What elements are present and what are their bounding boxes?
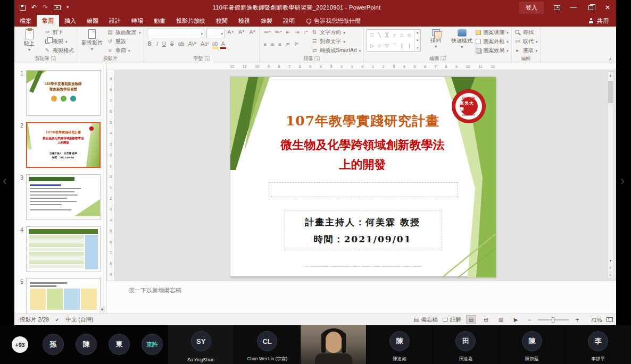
participant-avatar[interactable]: 東 [109, 334, 130, 355]
bracket-close-shape-icon[interactable]: } [409, 43, 410, 48]
scroll-up-icon[interactable]: ▲ [416, 31, 419, 34]
slide-2-thumbnail-selected[interactable]: 107年教學實踐研究計畫 微生物及化學跨領域創新教學法 上的開發 計畫主持人：何… [26, 122, 101, 168]
notes-pane[interactable]: 按一下以新增備忘稿 [106, 281, 616, 314]
line-shape-icon[interactable]: ╲ [378, 32, 381, 38]
highlight-color-button[interactable]: ab [212, 41, 218, 49]
shapes-gallery[interactable]: □ ╲ ╳ ○ △ ◇ ▷ ☆ ▽ ⌒ { } ▲ [367, 29, 421, 52]
undo-icon[interactable]: ↶ [31, 4, 37, 11]
next-slide-button[interactable]: ∨ [608, 271, 613, 278]
slide-3-thumbnail[interactable] [26, 174, 101, 220]
shapes-gallery-scroll[interactable]: ▲ ▼ ≡ [414, 30, 420, 51]
reset-button[interactable]: ↺重設 [107, 37, 141, 46]
tab-view[interactable]: 檢視 [233, 15, 255, 27]
select-button[interactable]: ▸選取▾ [514, 46, 538, 55]
font-name-select[interactable]: ▾ [147, 29, 204, 38]
arrow-shape-icon[interactable]: ▷ [370, 43, 374, 48]
save-icon[interactable] [20, 5, 26, 11]
bullets-button[interactable]: ≔▾ [262, 29, 271, 38]
participant-avatar[interactable]: 孫 [43, 334, 64, 355]
star-shape-icon[interactable]: ☆ [377, 43, 381, 48]
start-slideshow-icon[interactable] [54, 5, 61, 10]
gallery-more-icon[interactable]: ≡ [417, 47, 419, 50]
next-arrow-icon[interactable]: › [620, 173, 625, 188]
paste-button[interactable]: 貼上 ▼ [17, 28, 41, 55]
comments-toggle-button[interactable]: 註解 [443, 316, 461, 324]
strikethrough-button[interactable]: S [169, 41, 175, 49]
zoom-out-button[interactable]: − [526, 316, 533, 324]
slide-subtitle-line1[interactable]: 微生物及化學跨領域創新教學法 [246, 137, 479, 153]
vertical-scrollbar[interactable]: ▲ ▼ ∧ ∨ [607, 71, 614, 278]
scroll-down-icon[interactable]: ▼ [608, 257, 613, 264]
quick-styles-button[interactable]: 快速樣式 ▼ [451, 28, 473, 55]
slide-title-text[interactable]: 107年教學實踐研究計畫 [252, 112, 474, 130]
slide-presenter-text[interactable]: 計畫主持人：何美霖 教授 [252, 216, 474, 228]
thumbnail-scroll-down-button[interactable]: ▼ [99, 306, 105, 312]
font-color-button[interactable]: A [220, 41, 226, 49]
share-button[interactable]: 共用 [581, 15, 616, 27]
participant-avatar-active[interactable]: 東許 [142, 334, 163, 355]
scroll-down-icon[interactable]: ▼ [416, 39, 419, 42]
shape-outline-button[interactable]: 圖案外框▾ [476, 37, 509, 46]
justify-button[interactable]: ≣ [285, 41, 291, 50]
numbering-button[interactable]: ≕▾ [273, 29, 283, 38]
section-button[interactable]: ≡章節▾ [107, 46, 141, 55]
horizontal-ruler[interactable]: 1211109876543210123456789101112 [106, 63, 616, 70]
slide-5-thumbnail[interactable] [26, 278, 101, 314]
tab-transitions[interactable]: 轉場 [126, 15, 148, 27]
slide-date-text[interactable]: 時間：2021/09/01 [252, 233, 474, 246]
triangle-shape-icon[interactable]: △ [400, 32, 404, 38]
tab-animations[interactable]: 動畫 [148, 15, 171, 27]
new-slide-button[interactable]: 新投影片 ▼ [80, 28, 104, 55]
dialog-launcher-icon[interactable]: ↘ [441, 56, 446, 61]
layout-button[interactable]: ▤版面配置▾ [107, 28, 141, 37]
zoom-percentage[interactable]: 71% [586, 317, 602, 323]
italic-button[interactable]: I [155, 41, 159, 49]
customize-qat-icon[interactable]: ▾ [67, 5, 69, 10]
rectangle-shape-icon[interactable]: □ [371, 32, 373, 38]
dialog-launcher-icon[interactable]: ↘ [51, 56, 56, 61]
format-painter-button[interactable]: ✎複製格式 [44, 46, 74, 55]
oval-shape-icon[interactable]: ○ [393, 32, 396, 38]
tab-draw[interactable]: 繪圖 [81, 15, 104, 27]
sign-in-button[interactable]: 登入 [519, 2, 544, 14]
columns-button[interactable]: ‖▾ [293, 41, 299, 50]
zoom-slider-thumb[interactable] [552, 317, 554, 323]
spellcheck-button[interactable]: ✔ [55, 317, 60, 323]
shape-effects-button[interactable]: 圖案效果▾ [476, 46, 509, 55]
underline-button[interactable]: U [161, 41, 167, 49]
normal-view-button[interactable]: ▤ [466, 315, 476, 324]
align-center-button[interactable]: ≡ [270, 41, 275, 50]
cut-button[interactable]: ✂剪下 [44, 28, 74, 37]
participant-tile[interactable]: 田 田遠嘉 [433, 325, 499, 364]
slideshow-view-button[interactable]: ▶ [511, 315, 521, 324]
change-case-button[interactable]: Aa▾ [200, 41, 210, 49]
slide-4-thumbnail[interactable] [26, 226, 101, 272]
find-button[interactable]: 尋找 [514, 28, 538, 37]
slide-subtitle-line2[interactable]: 上的開發 [246, 157, 479, 173]
tell-me-box[interactable]: 告訴我您想做什麼 [300, 15, 367, 27]
down-triangle-shape-icon[interactable]: ▽ [385, 43, 389, 48]
notes-toggle-button[interactable]: 備忘稿 [414, 316, 438, 324]
participant-overflow-badge[interactable]: +93 [12, 336, 28, 353]
copy-button[interactable]: 複製▾ [44, 37, 74, 46]
dialog-launcher-icon[interactable]: ↘ [205, 56, 210, 61]
slide-canvas[interactable]: SOOCHOW UNIVERSITY 東吳大學 107年教學實踐研究計畫 微生物… [230, 77, 495, 277]
tab-design[interactable]: 設計 [104, 15, 126, 27]
replace-button[interactable]: ab取代▾ [514, 37, 538, 46]
slide-1-thumbnail[interactable]: 110學年度暑期新進教師暨創新教學研習營 [26, 70, 101, 116]
participant-tile[interactable]: 陳 陳加廷 [499, 325, 564, 364]
arrange-button[interactable]: 排列 ▼ [424, 28, 448, 55]
restore-button[interactable] [582, 0, 599, 15]
zoom-in-button[interactable]: + [574, 316, 581, 324]
curve-shape-icon[interactable]: ⌒ [392, 43, 397, 49]
zoom-slider[interactable] [538, 319, 569, 320]
participant-video-tile[interactable] [301, 325, 366, 364]
character-spacing-button[interactable]: AV▾ [187, 41, 198, 49]
line-spacing-button[interactable]: ↕▾ [302, 29, 309, 38]
reading-view-button[interactable]: ▥ [496, 315, 506, 324]
clear-formatting-button[interactable]: A✕ [248, 29, 257, 38]
bold-button[interactable]: B [147, 41, 153, 49]
participant-avatar[interactable]: 陳 [76, 334, 97, 355]
tab-insert[interactable]: 插入 [59, 15, 81, 27]
scroll-up-icon[interactable]: ▲ [608, 72, 613, 79]
